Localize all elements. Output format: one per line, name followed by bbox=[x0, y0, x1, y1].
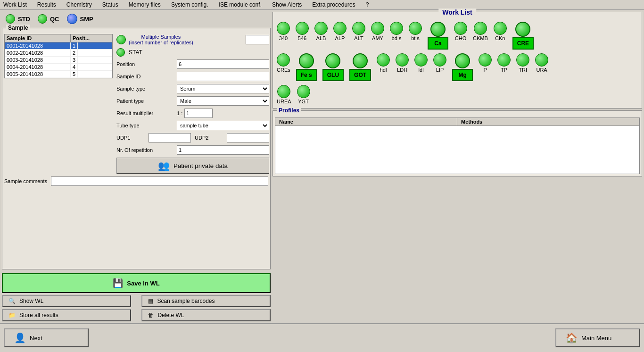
analyte-cres[interactable]: CREs bbox=[277, 53, 290, 73]
analyte-circle bbox=[277, 53, 290, 67]
save-wl-button[interactable]: 💾 Save in WL bbox=[2, 273, 271, 293]
qc-label: QC bbox=[50, 16, 59, 23]
worklist-title: Work List bbox=[438, 8, 476, 16]
table-row[interactable]: 0004-20141028 4 bbox=[5, 64, 112, 71]
mode-std[interactable]: STD bbox=[6, 14, 30, 24]
main-menu-label: Main Menu bbox=[581, 335, 611, 342]
menu-chemistry[interactable]: Chemistry bbox=[65, 1, 93, 8]
profiles-title: Profiles bbox=[277, 107, 301, 114]
analyte-ldl[interactable]: ldl bbox=[414, 53, 428, 73]
udp2-input[interactable] bbox=[227, 133, 269, 142]
store-results-label: Store all results bbox=[19, 312, 58, 318]
analyte-box-ca: Ca bbox=[428, 37, 448, 50]
analyte-340[interactable]: 340 bbox=[277, 22, 290, 41]
menu-system-config[interactable]: System config. bbox=[170, 1, 210, 8]
worklist-group: Work List 340 546 bbox=[272, 12, 642, 109]
analyte-546[interactable]: 546 bbox=[296, 22, 309, 41]
analyte-cho[interactable]: CHO bbox=[454, 22, 467, 41]
main-menu-button[interactable]: 🏠 Main Menu bbox=[555, 328, 640, 347]
analyte-alp[interactable]: ALP bbox=[333, 22, 347, 41]
position-cell: 4 bbox=[71, 64, 78, 70]
analyte-circle bbox=[296, 22, 309, 35]
mode-smp[interactable]: SMP bbox=[67, 14, 93, 24]
analyte-circle bbox=[277, 22, 290, 35]
position-cell: 1 bbox=[71, 42, 78, 49]
analyte-amy[interactable]: AMY bbox=[371, 22, 384, 41]
sample-id-cell: 0005-20141028 bbox=[5, 71, 71, 77]
analyte-mg[interactable]: Mg bbox=[452, 53, 473, 81]
analyte-box-cre: CRE bbox=[512, 37, 534, 50]
barcode-icon: ▤ bbox=[148, 298, 153, 304]
analyte-p[interactable]: P bbox=[479, 53, 492, 73]
qc-circle bbox=[38, 14, 47, 24]
analyte-alb[interactable]: ALB bbox=[314, 22, 328, 41]
analyte-ckmb[interactable]: CKMB bbox=[473, 22, 488, 41]
analyte-alt[interactable]: ALT bbox=[352, 22, 365, 41]
table-row[interactable]: 0001-20141028 1 bbox=[5, 42, 112, 50]
std-circle bbox=[6, 14, 15, 24]
multiplier-input[interactable] bbox=[184, 109, 213, 118]
sample-id-cell: 0004-20141028 bbox=[5, 64, 71, 70]
footer: 👤 Next 🏠 Main Menu bbox=[0, 323, 644, 352]
analyte-bts[interactable]: bt s bbox=[409, 22, 422, 41]
mode-qc[interactable]: QC bbox=[38, 14, 59, 24]
analyte-ca[interactable]: Ca bbox=[428, 22, 448, 50]
delete-wl-label: Delete WL bbox=[157, 312, 184, 318]
analyte-circle bbox=[396, 53, 409, 67]
menu-results[interactable]: Results bbox=[36, 1, 58, 8]
analyte-got[interactable]: GOT bbox=[349, 53, 371, 81]
analyte-circle bbox=[352, 22, 365, 35]
scan-barcodes-button[interactable]: ▤ Scan sample barcodes bbox=[141, 295, 271, 307]
analyte-bds[interactable]: bd s bbox=[390, 22, 403, 41]
menu-extra-procedures[interactable]: Extra procedures bbox=[311, 1, 356, 8]
table-row[interactable]: 0005-20141028 5 bbox=[5, 71, 112, 78]
tube-type-select[interactable]: sample tube micro tube cup bbox=[177, 121, 269, 130]
analyte-ura[interactable]: URA bbox=[535, 53, 548, 73]
analyte-cre[interactable]: CRE bbox=[512, 22, 534, 50]
save-wl-label: Save in WL bbox=[127, 280, 159, 287]
analyte-tri[interactable]: TRI bbox=[516, 53, 529, 73]
menu-status[interactable]: Status bbox=[101, 1, 120, 8]
analyte-ygt[interactable]: YGT bbox=[297, 85, 310, 104]
patient-private-data-button[interactable]: 👥 Patient private data bbox=[116, 158, 269, 174]
sample-type-select[interactable]: Serum Plasma Urine Whole Blood bbox=[177, 84, 269, 93]
analyte-glu[interactable]: GLU bbox=[322, 53, 344, 81]
table-row[interactable]: 0002-20141028 2 bbox=[5, 50, 112, 57]
sample-group-title: Sample bbox=[6, 25, 30, 31]
sampleid-input[interactable] bbox=[177, 72, 269, 81]
store-results-button[interactable]: 📁 Store all results bbox=[2, 309, 131, 321]
delete-wl-button[interactable]: 🗑 Delete WL bbox=[141, 309, 271, 321]
patient-type-select[interactable]: Male Female Child bbox=[177, 96, 269, 106]
multiple-samples-input[interactable] bbox=[246, 35, 269, 44]
analyte-circle bbox=[409, 22, 422, 35]
menu-ise[interactable]: ISE module conf. bbox=[217, 1, 263, 8]
show-wl-label: Show WL bbox=[19, 298, 43, 304]
next-button[interactable]: 👤 Next bbox=[4, 328, 89, 347]
analyte-circle bbox=[474, 22, 487, 35]
menu-memory-files[interactable]: Memory files bbox=[127, 1, 162, 8]
sample-comments-input[interactable] bbox=[51, 176, 268, 186]
analyte-tp[interactable]: TP bbox=[497, 53, 511, 73]
std-label: STD bbox=[18, 16, 30, 23]
nr-repetition-input[interactable] bbox=[177, 145, 269, 155]
position-input[interactable] bbox=[177, 59, 269, 69]
table-row[interactable]: 0003-20141028 3 bbox=[5, 57, 112, 64]
udp1-input[interactable] bbox=[149, 133, 191, 142]
menu-help[interactable]: ? bbox=[364, 1, 371, 8]
multiple-samples-circle[interactable] bbox=[116, 35, 126, 44]
show-wl-button[interactable]: 🔍 Show WL bbox=[2, 295, 131, 307]
position-label: Position bbox=[116, 61, 173, 67]
tube-type-label: Tube type bbox=[116, 123, 173, 128]
analyte-fes[interactable]: Fe s bbox=[296, 53, 317, 81]
analyte-lip[interactable]: LIP bbox=[433, 53, 446, 73]
udp2-label: UDP2 bbox=[195, 135, 223, 141]
menu-worklist[interactable]: Work List bbox=[2, 1, 28, 8]
analyte-hdl[interactable]: hdl bbox=[377, 53, 390, 73]
position-col-header: Posit... bbox=[71, 34, 91, 42]
menu-show-alerts[interactable]: Show Alerts bbox=[271, 1, 303, 8]
analyte-ldh[interactable]: LDH bbox=[396, 53, 409, 73]
analyte-circle-highlight bbox=[299, 53, 314, 68]
stat-checkbox[interactable] bbox=[116, 48, 125, 57]
analyte-urea[interactable]: UREA bbox=[277, 85, 291, 104]
analyte-ckn[interactable]: CKn bbox=[494, 22, 507, 41]
